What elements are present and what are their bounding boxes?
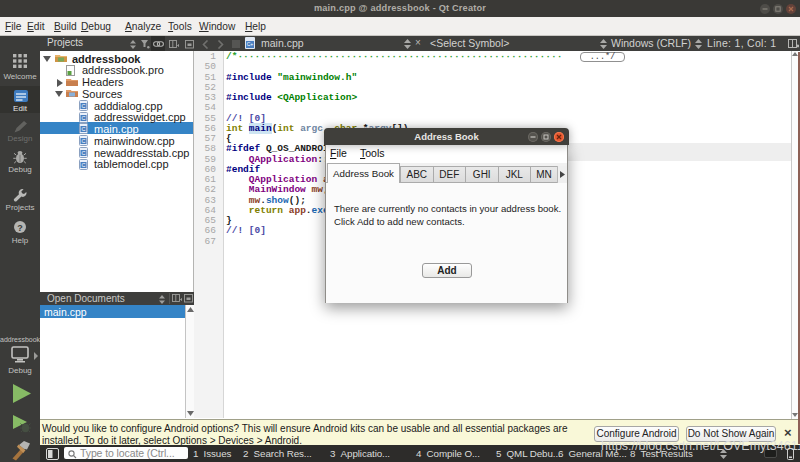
svg-text:C: C	[82, 103, 86, 109]
svg-text:?: ?	[17, 223, 23, 233]
svg-text:C: C	[82, 138, 86, 144]
svg-text:C: C	[82, 150, 86, 156]
svg-text:C: C	[82, 126, 86, 132]
svg-text:C: C	[82, 115, 86, 121]
svg-text:C: C	[82, 162, 86, 168]
